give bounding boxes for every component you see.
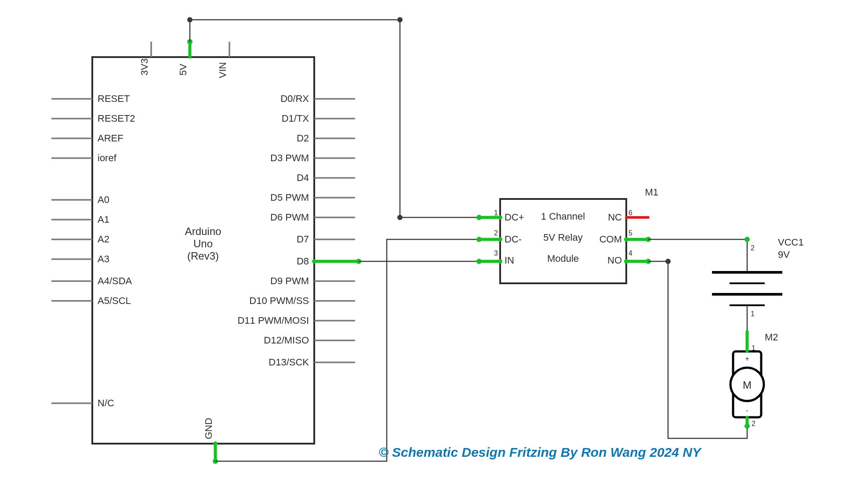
relay-block: M1 1 Channel 5V Relay Module 1 DC+ 2 DC-…: [494, 187, 658, 283]
schematic-canvas: Arduino Uno (Rev3) 3V3 5V VIN RESET RESE…: [0, 0, 868, 488]
relay-pin-com: COM: [599, 234, 622, 245]
pin-aref: AREF: [98, 133, 123, 144]
svg-point-62: [498, 237, 502, 242]
relay-pin4-num: 4: [628, 249, 632, 257]
battery-value: 9V: [778, 249, 790, 260]
pin-d0: D0/RX: [280, 93, 309, 104]
relay-pin2-num: 2: [494, 229, 498, 237]
battery-symbol: VCC1 9V 2 1: [712, 237, 804, 338]
svg-point-73: [745, 423, 750, 429]
svg-point-55: [476, 259, 482, 264]
relay-title-2: 5V Relay: [543, 232, 582, 243]
pin-nc: N/C: [98, 398, 114, 408]
svg-point-70: [624, 259, 628, 264]
svg-point-58: [213, 441, 218, 446]
pin-a0: A0: [98, 194, 109, 205]
relay-pin-dcp: DC+: [505, 212, 524, 223]
svg-point-56: [498, 259, 502, 264]
motor-plus: +: [745, 355, 749, 362]
battery-pin-top: 2: [751, 244, 755, 252]
svg-point-65: [624, 237, 628, 242]
svg-point-72: [665, 259, 671, 264]
battery-ref: VCC1: [778, 237, 804, 248]
svg-point-49: [498, 215, 502, 220]
motor-pin-bot: 2: [752, 420, 755, 427]
relay-title-3: Module: [547, 253, 579, 264]
pin-d2: D2: [297, 133, 309, 144]
wires: [187, 17, 750, 464]
arduino-block: Arduino Uno (Rev3) 3V3 5V VIN RESET RESE…: [51, 42, 355, 459]
pin-3v3: 3V3: [139, 58, 150, 76]
relay-pin-in: IN: [505, 255, 514, 266]
relay-pin6-num: 6: [628, 209, 632, 217]
svg-point-51: [312, 259, 316, 264]
motor-symbol: M2 1 + M - 2: [730, 332, 778, 427]
arduino-name-line3: (Rev3): [187, 250, 219, 262]
pin-ioref: ioref: [98, 152, 117, 163]
pin-d3: D3 PWM: [270, 152, 309, 163]
relay-pin3-num: 3: [494, 249, 498, 257]
pin-d11: D11 PWM/MOSI: [237, 315, 309, 326]
motor-ref: M2: [765, 332, 778, 343]
arduino-name-line1: Arduino: [185, 225, 222, 237]
pin-a3: A3: [98, 253, 109, 264]
pin-d13: D13/SCK: [269, 357, 309, 368]
relay-pin5-num: 5: [628, 229, 632, 237]
pin-d8: D8: [297, 256, 309, 267]
caption-text: © Schematic Design Fritzing By Ron Wang …: [379, 445, 702, 459]
pin-reset: RESET: [98, 93, 130, 104]
svg-point-61: [476, 237, 482, 242]
svg-point-44: [397, 17, 403, 22]
svg-point-43: [187, 17, 192, 22]
pin-d5: D5 PWM: [270, 192, 309, 203]
svg-point-68: [745, 237, 750, 242]
pin-d7: D7: [297, 234, 309, 245]
pin-d4: D4: [297, 172, 309, 183]
pin-vin: VIN: [217, 62, 228, 78]
pin-d12: D12/MISO: [264, 335, 309, 346]
battery-pin-bot: 1: [751, 310, 755, 318]
motor-minus: -: [746, 407, 748, 414]
pin-a4: A4/SDA: [98, 275, 132, 286]
pin-5v: 5V: [178, 64, 189, 76]
pin-a5: A5/SCL: [98, 295, 131, 306]
pin-d10: D10 PWM/SS: [249, 295, 309, 306]
relay-pin-no: NO: [607, 255, 622, 266]
relay-pin-dcm: DC-: [505, 234, 522, 245]
arduino-name-line2: Uno: [193, 238, 213, 249]
pin-d9: D9 PWM: [270, 275, 309, 286]
pin-a2: A2: [98, 234, 109, 245]
relay-pin1-num: 1: [494, 209, 498, 217]
pin-d6: D6 PWM: [270, 212, 309, 223]
relay-pin-nc: NC: [608, 212, 622, 223]
pin-gnd: GND: [203, 418, 214, 439]
motor-letter: M: [743, 379, 752, 391]
pin-a1: A1: [98, 214, 109, 225]
relay-ref: M1: [645, 187, 658, 198]
pin-reset2: RESET2: [98, 113, 135, 124]
svg-point-48: [476, 215, 482, 220]
pin-d1: D1/TX: [282, 113, 309, 124]
relay-title-1: 1 Channel: [541, 211, 585, 222]
